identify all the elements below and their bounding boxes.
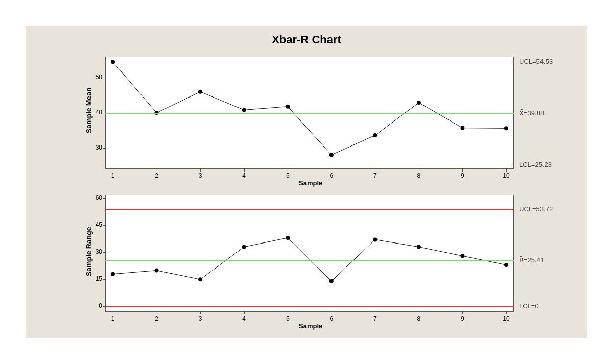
xbar-lcl-line	[105, 165, 514, 165]
xtick: 4	[239, 172, 249, 179]
xbar-center-line	[105, 113, 514, 114]
r-lcl-line	[105, 306, 514, 307]
chart-container: Xbar-R Chart Sample Mean Sample Sample R…	[26, 26, 587, 338]
xtick: 1	[108, 315, 118, 322]
xbar-lcl-label: LCL=25.23	[519, 161, 552, 168]
xtick: 3	[195, 315, 205, 322]
ytick: 0	[90, 302, 102, 309]
r-ucl-label: UCL=53.72	[519, 205, 553, 213]
xbar-ucl-label: UCL=54.53	[519, 58, 553, 65]
xbar-center-label: X̄=39.88	[519, 109, 544, 117]
r-center-line	[105, 260, 514, 261]
xtick: 6	[326, 172, 337, 179]
xtick: 5	[282, 315, 293, 322]
xtick: 9	[457, 172, 467, 179]
ytick: 60	[90, 194, 102, 201]
r-panel	[105, 195, 514, 312]
r-center-label: R̄=25.41	[519, 256, 544, 264]
r-ucl-line	[105, 209, 514, 210]
xtick: 2	[152, 315, 162, 322]
ytick: 40	[90, 109, 102, 116]
xtick: 10	[501, 172, 511, 179]
chart-title: Xbar-R Chart	[26, 33, 587, 46]
ytick: 30	[90, 248, 102, 255]
xtick: 8	[414, 172, 424, 179]
r-xlabel: Sample	[299, 322, 322, 330]
xtick: 8	[414, 315, 424, 322]
xtick: 10	[501, 315, 511, 322]
ytick: 50	[90, 74, 102, 81]
xtick: 4	[239, 315, 249, 322]
xtick: 9	[457, 315, 467, 322]
ytick: 45	[90, 221, 102, 228]
xtick: 3	[195, 172, 205, 179]
xbar-ucl-line	[105, 62, 514, 62]
xbar-xlabel: Sample	[299, 179, 322, 187]
xtick: 2	[152, 172, 162, 179]
xtick: 1	[108, 172, 118, 179]
xtick: 6	[326, 315, 337, 322]
ytick: 15	[90, 275, 102, 282]
xtick: 5	[282, 172, 293, 179]
xtick: 7	[370, 172, 380, 179]
ytick: 30	[90, 144, 102, 151]
r-lcl-label: LCL=0	[519, 302, 539, 310]
xtick: 7	[370, 315, 380, 322]
